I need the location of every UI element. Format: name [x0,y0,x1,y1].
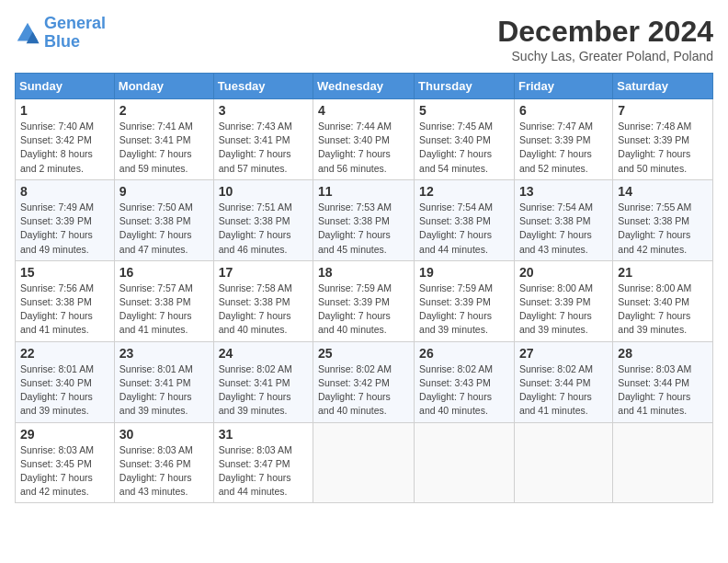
day-number: 5 [419,103,509,118]
sunrise-text: Sunrise: 7:41 AM [119,121,193,132]
day-number: 15 [20,265,109,280]
daylight-text: Daylight: 7 hours and 54 minutes. [419,148,492,173]
day-number: 21 [618,265,708,280]
col-wednesday: Wednesday [313,74,415,99]
day-number: 28 [618,346,708,361]
day-number: 30 [119,427,209,442]
day-info: Sunrise: 8:02 AM Sunset: 3:44 PM Dayligh… [519,362,608,419]
page-header: General Blue December 2024 Suchy Las, Gr… [15,15,713,63]
sunset-text: Sunset: 3:38 PM [219,215,290,226]
calendar-cell: 25 Sunrise: 8:02 AM Sunset: 3:42 PM Dayl… [313,341,415,422]
sunrise-text: Sunrise: 8:03 AM [618,363,691,374]
day-info: Sunrise: 8:03 AM Sunset: 3:44 PM Dayligh… [618,362,708,419]
day-number: 6 [519,103,608,118]
day-number: 26 [419,346,509,361]
daylight-text: Daylight: 7 hours and 59 minutes. [119,148,192,173]
daylight-text: Daylight: 7 hours and 41 minutes. [618,391,690,416]
sunset-text: Sunset: 3:39 PM [618,134,689,145]
day-number: 2 [119,103,209,118]
sunset-text: Sunset: 3:41 PM [219,377,290,388]
day-number: 16 [119,265,209,280]
day-number: 20 [519,265,608,280]
day-number: 17 [219,265,308,280]
sunset-text: Sunset: 3:40 PM [318,134,390,145]
calendar-cell: 30 Sunrise: 8:03 AM Sunset: 3:46 PM Dayl… [114,422,213,503]
sunrise-text: Sunrise: 7:43 AM [219,121,292,132]
daylight-text: Daylight: 7 hours and 56 minutes. [318,148,391,173]
sunrise-text: Sunrise: 7:54 AM [519,201,593,213]
daylight-text: Daylight: 7 hours and 43 minutes. [519,229,592,254]
calendar-cell [415,422,515,503]
logo-line1: General [44,14,106,32]
calendar-cell: 17 Sunrise: 7:58 AM Sunset: 3:38 PM Dayl… [213,260,313,341]
sunset-text: Sunset: 3:41 PM [119,134,191,145]
calendar-cell: 14 Sunrise: 7:55 AM Sunset: 3:38 PM Dayl… [613,179,713,260]
sunset-text: Sunset: 3:38 PM [119,296,191,307]
sunset-text: Sunset: 3:38 PM [119,215,191,226]
day-info: Sunrise: 7:54 AM Sunset: 3:38 PM Dayligh… [419,201,509,257]
calendar-cell: 26 Sunrise: 8:02 AM Sunset: 3:43 PM Dayl… [415,341,515,422]
day-number: 4 [318,103,409,118]
daylight-text: Daylight: 7 hours and 57 minutes. [219,148,291,173]
daylight-text: Daylight: 7 hours and 52 minutes. [519,148,592,173]
logo-line2: Blue [44,32,80,51]
day-info: Sunrise: 8:01 AM Sunset: 3:40 PM Dayligh… [20,362,109,419]
sunrise-text: Sunrise: 8:02 AM [318,363,392,374]
logo: General Blue [15,15,106,52]
day-number: 27 [519,346,608,361]
day-info: Sunrise: 8:00 AM Sunset: 3:39 PM Dayligh… [519,282,608,338]
daylight-text: Daylight: 7 hours and 39 minutes. [20,391,93,416]
calendar-cell: 29 Sunrise: 8:03 AM Sunset: 3:45 PM Dayl… [16,422,115,503]
sunrise-text: Sunrise: 8:03 AM [119,444,193,455]
calendar-cell: 19 Sunrise: 7:59 AM Sunset: 3:39 PM Dayl… [415,260,515,341]
calendar-cell: 18 Sunrise: 7:59 AM Sunset: 3:39 PM Dayl… [313,260,415,341]
day-number: 8 [20,184,109,199]
day-info: Sunrise: 7:58 AM Sunset: 3:38 PM Dayligh… [219,282,308,338]
day-info: Sunrise: 7:59 AM Sunset: 3:39 PM Dayligh… [419,282,509,338]
day-info: Sunrise: 8:02 AM Sunset: 3:43 PM Dayligh… [419,362,509,419]
location-title: Suchy Las, Greater Poland, Poland [497,49,713,63]
month-title: December 2024 [497,15,713,49]
sunset-text: Sunset: 3:38 PM [20,296,92,307]
day-number: 22 [20,346,109,361]
sunset-text: Sunset: 3:41 PM [219,134,290,145]
sunrise-text: Sunrise: 8:01 AM [20,363,94,374]
day-info: Sunrise: 7:59 AM Sunset: 3:39 PM Dayligh… [318,282,409,338]
sunset-text: Sunset: 3:40 PM [20,377,92,388]
sunrise-text: Sunrise: 7:59 AM [318,282,392,293]
day-info: Sunrise: 7:47 AM Sunset: 3:39 PM Dayligh… [519,120,608,176]
day-info: Sunrise: 7:57 AM Sunset: 3:38 PM Dayligh… [119,282,209,338]
day-info: Sunrise: 7:41 AM Sunset: 3:41 PM Dayligh… [119,120,209,176]
sunset-text: Sunset: 3:38 PM [318,215,390,226]
day-info: Sunrise: 7:49 AM Sunset: 3:39 PM Dayligh… [20,201,109,257]
calendar-cell: 23 Sunrise: 8:01 AM Sunset: 3:41 PM Dayl… [114,341,213,422]
calendar-header-row: Sunday Monday Tuesday Wednesday Thursday… [16,74,713,99]
daylight-text: Daylight: 7 hours and 46 minutes. [219,229,291,254]
daylight-text: Daylight: 7 hours and 39 minutes. [618,310,690,335]
sunrise-text: Sunrise: 8:02 AM [219,363,292,374]
sunset-text: Sunset: 3:39 PM [419,296,491,307]
calendar-cell: 5 Sunrise: 7:45 AM Sunset: 3:40 PM Dayli… [415,99,515,180]
daylight-text: Daylight: 7 hours and 39 minutes. [519,310,592,335]
day-info: Sunrise: 7:51 AM Sunset: 3:38 PM Dayligh… [219,201,308,257]
daylight-text: Daylight: 7 hours and 45 minutes. [318,229,391,254]
day-number: 12 [419,184,509,199]
calendar-cell: 28 Sunrise: 8:03 AM Sunset: 3:44 PM Dayl… [613,341,713,422]
sunset-text: Sunset: 3:42 PM [20,134,92,145]
day-info: Sunrise: 7:40 AM Sunset: 3:42 PM Dayligh… [20,120,109,176]
daylight-text: Daylight: 7 hours and 39 minutes. [219,391,291,416]
calendar-cell: 16 Sunrise: 7:57 AM Sunset: 3:38 PM Dayl… [114,260,213,341]
calendar-cell: 3 Sunrise: 7:43 AM Sunset: 3:41 PM Dayli… [213,99,313,180]
sunrise-text: Sunrise: 7:50 AM [119,201,193,213]
calendar-cell: 4 Sunrise: 7:44 AM Sunset: 3:40 PM Dayli… [313,99,415,180]
calendar-week-2: 8 Sunrise: 7:49 AM Sunset: 3:39 PM Dayli… [16,179,713,260]
day-number: 23 [119,346,209,361]
day-number: 13 [519,184,608,199]
sunrise-text: Sunrise: 7:59 AM [419,282,493,293]
calendar-table: Sunday Monday Tuesday Wednesday Thursday… [15,73,713,503]
day-number: 7 [618,103,708,118]
day-info: Sunrise: 8:03 AM Sunset: 3:45 PM Dayligh… [20,443,109,500]
sunrise-text: Sunrise: 8:00 AM [519,282,593,293]
sunset-text: Sunset: 3:46 PM [119,458,191,469]
day-number: 14 [618,184,708,199]
